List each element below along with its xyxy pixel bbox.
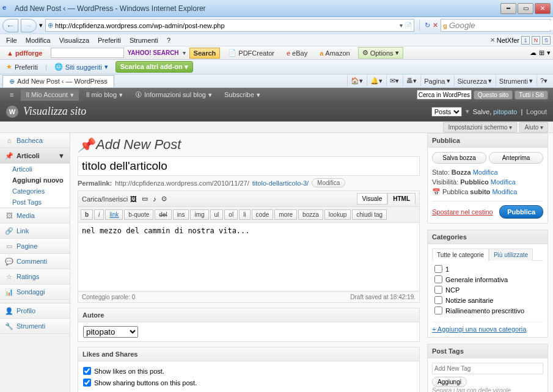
sidebar-subitem-addnew[interactable]: Aggiungi nuovo [0,175,70,186]
cat-checkbox[interactable] [434,296,442,304]
qt-more[interactable]: more [274,209,297,220]
sidebar-item-comments[interactable]: 💬Commenti [0,254,70,269]
sidebar-item-links[interactable]: 🔗Link [0,223,70,239]
add-video-icon[interactable]: ▭ [142,195,148,203]
tool-icon-1[interactable]: ☁ [530,49,537,57]
addr-dropdown-icon[interactable]: ▾ [400,22,403,29]
browser-search-bar[interactable]: g 🔍 [441,19,551,32]
qt-img[interactable]: img [190,209,208,220]
tool-icon-3[interactable]: ▾ [547,49,551,57]
profile-link[interactable]: pitopato [493,108,517,115]
wp-blog-menu[interactable]: Il mio blog ▾ [81,89,128,101]
show-likes-checkbox[interactable] [83,367,91,375]
page-menu[interactable]: Pagina▾ [420,76,453,86]
wp-search-input[interactable] [417,90,472,100]
categories-heading[interactable]: Categories [428,230,548,244]
toolbar-search-input[interactable] [51,48,124,58]
show-sharing-checkbox[interactable] [83,379,91,387]
browser-search-input[interactable] [449,21,553,30]
menu-help[interactable]: ? [163,35,174,45]
menu-view[interactable]: Visualizza [56,35,93,45]
move-to-trash-link[interactable]: Spostare nel cestino [432,208,493,216]
likes-heading[interactable]: Likes and Shares [78,347,419,361]
logout-link[interactable]: Logout [526,108,547,115]
menu-pref[interactable]: Preferiti [94,35,125,45]
back-button[interactable]: ← [2,19,18,32]
wp-admin-menu-toggle[interactable]: ≡ [5,89,18,100]
wp-bloginfo-menu[interactable]: 🛈 Informazioni sul blog ▾ [130,89,217,101]
sidebar-item-profile[interactable]: 👤Profilo [0,303,70,319]
qt-ul[interactable]: ul [210,209,224,220]
wp-allsites-button[interactable]: Tutti i Siti [515,90,548,100]
add-category-link[interactable]: + Aggiungi una nuova categoria [432,322,543,333]
stop-button[interactable]: ✕ [433,21,438,29]
download-addons-button[interactable]: Scarica altri add-on ▾ [115,61,193,73]
favorites-button[interactable]: ★ Preferiti [2,62,42,72]
qt-ol[interactable]: ol [224,209,238,220]
menu-edit[interactable]: Modifica [22,35,54,45]
tab-visual[interactable]: Visuale [357,193,388,205]
history-dropdown-icon[interactable]: ▾ [39,21,43,29]
wp-site-title[interactable]: Visualizza sito [23,105,86,118]
tool-icon-2[interactable]: ⊞ [539,49,544,57]
qt-del[interactable]: del [155,209,171,220]
cat-checkbox[interactable] [434,275,442,283]
cat-tab-all[interactable]: Tutte le categorie [432,249,489,261]
edit-date-link[interactable]: Modifica [492,188,517,195]
options-button[interactable]: ⚙Options▾ [358,47,403,59]
address-bar[interactable]: ⊕ ▾ 📄 [45,19,414,32]
tags-heading[interactable]: Post Tags [428,344,548,358]
permalink-slug[interactable]: titolo-dellarticolo-3/ [252,180,309,187]
sidebar-item-ratings[interactable]: ☆Ratings [0,269,70,285]
refresh-button[interactable]: ↻ [425,21,430,29]
add-media-icon[interactable]: ⊙ [161,195,167,203]
post-content-textarea[interactable]: nel mezzo del cammin di nostra vita... [78,223,419,290]
qt-code[interactable]: code [252,209,274,220]
menu-file[interactable]: File [2,35,21,45]
menu-tools[interactable]: Strumenti [126,35,162,45]
new-post-type-select[interactable]: Posts [431,107,462,117]
forward-button[interactable]: → [21,19,37,32]
sidebar-subitem-categories[interactable]: Categories [0,186,70,197]
edit-status-link[interactable]: Modifica [473,169,498,176]
edit-visibility-link[interactable]: Modifica [491,178,516,186]
security-menu[interactable]: Sicurezza▾ [454,76,495,86]
qt-close[interactable]: chiudi tag [352,209,387,220]
close-button[interactable]: ✕ [535,3,551,14]
tab-html[interactable]: HTML [387,193,416,205]
sidebar-item-posts[interactable]: 📌Articoli▼ [0,148,70,164]
netxfer-label[interactable]: NetXfer [497,37,519,44]
tag-input[interactable] [432,363,543,374]
cat-tab-mostused[interactable]: Più utilizzate [489,249,533,261]
publish-heading[interactable]: Pubblica [428,134,548,148]
sidebar-item-dashboard[interactable]: ⌂Bacheca [0,133,70,148]
minimize-button[interactable]: ━ [500,3,516,14]
help-button[interactable]: ?▾ [537,76,551,86]
cat-checkbox[interactable] [434,286,442,294]
wp-subscribe-menu[interactable]: Subscribe ▾ [219,89,265,101]
save-draft-button[interactable]: Salva bozza [432,152,486,164]
ebay-button[interactable]: eeBay [282,48,312,59]
compat-icon[interactable]: 📄 [405,22,412,29]
qt-italic[interactable]: i [94,209,104,220]
pdfcreator-button[interactable]: 📄PDFCreator [224,47,279,59]
qt-li[interactable]: li [239,209,250,220]
amazon-button[interactable]: aAmazon [315,48,354,59]
post-title-input[interactable] [78,156,420,176]
sidebar-item-tools[interactable]: 🔧Strumenti [0,319,70,334]
wp-account-menu[interactable]: Il Mio Account ▾ [21,89,78,101]
sidebar-item-polls[interactable]: 📊Sondaggi [0,285,70,300]
author-heading[interactable]: Autore [78,308,419,322]
wp-thissite-button[interactable]: Questo sito [474,90,513,100]
qt-bquote[interactable]: b-quote [124,209,153,220]
toolbar-search-button[interactable]: Search [189,48,221,59]
preview-button[interactable]: Anteprima [489,152,543,164]
permalink-edit-button[interactable]: Modifica [312,178,345,187]
qt-lookup[interactable]: lookup [324,209,351,220]
sidebar-item-media[interactable]: 🖾Media [0,208,70,223]
sidebar-subitem-all[interactable]: Articoli [0,164,70,175]
qt-ins[interactable]: ins [173,209,189,220]
maximize-button[interactable]: ▭ [518,3,533,14]
home-button[interactable]: 🏠▾ [347,76,366,86]
sidebar-item-pages[interactable]: ▭Pagine [0,239,70,254]
